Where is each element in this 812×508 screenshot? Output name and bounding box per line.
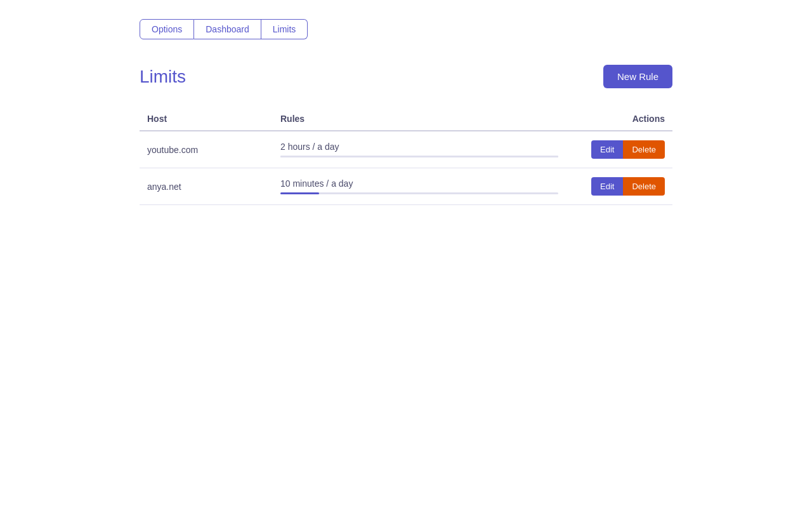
table-body: youtube.com 2 hours / a day Edit Delete … bbox=[140, 131, 672, 205]
page-container: Options Dashboard Limits Limits New Rule… bbox=[121, 0, 691, 218]
page-title: Limits bbox=[140, 67, 186, 87]
action-buttons-anya: Edit Delete bbox=[591, 177, 665, 196]
column-header-host: Host bbox=[140, 107, 273, 131]
table-header-row: Host Rules Actions bbox=[140, 107, 672, 131]
cell-actions-anya: Edit Delete bbox=[566, 168, 672, 205]
cell-actions-youtube: Edit Delete bbox=[566, 131, 672, 168]
table-row: anya.net 10 minutes / a day Edit Delete bbox=[140, 168, 672, 205]
delete-button-youtube[interactable]: Delete bbox=[623, 140, 665, 159]
delete-button-anya[interactable]: Delete bbox=[623, 177, 665, 196]
new-rule-button[interactable]: New Rule bbox=[603, 65, 672, 88]
page-header: Limits New Rule bbox=[140, 65, 672, 88]
cell-host-youtube: youtube.com bbox=[140, 131, 273, 168]
cell-rules-anya: 10 minutes / a day bbox=[273, 168, 566, 205]
table-row: youtube.com 2 hours / a day Edit Delete bbox=[140, 131, 672, 168]
edit-button-youtube[interactable]: Edit bbox=[591, 140, 623, 159]
rule-bar-youtube bbox=[280, 156, 558, 157]
edit-button-anya[interactable]: Edit bbox=[591, 177, 623, 196]
nav-tabs: Options Dashboard Limits bbox=[140, 19, 672, 39]
column-header-rules: Rules bbox=[273, 107, 566, 131]
table-header: Host Rules Actions bbox=[140, 107, 672, 131]
action-buttons-youtube: Edit Delete bbox=[591, 140, 665, 159]
cell-rules-youtube: 2 hours / a day bbox=[273, 131, 566, 168]
tab-options[interactable]: Options bbox=[140, 19, 194, 39]
cell-host-anya: anya.net bbox=[140, 168, 273, 205]
column-header-actions: Actions bbox=[566, 107, 672, 131]
rule-text-youtube: 2 hours / a day bbox=[280, 142, 558, 152]
tab-dashboard[interactable]: Dashboard bbox=[194, 19, 261, 39]
rules-table: Host Rules Actions youtube.com 2 hours /… bbox=[140, 107, 672, 205]
rule-bar-container-anya bbox=[280, 192, 558, 194]
tab-limits[interactable]: Limits bbox=[261, 19, 308, 39]
rule-bar-container-youtube bbox=[280, 156, 558, 157]
rule-bar-anya bbox=[280, 192, 319, 194]
rule-text-anya: 10 minutes / a day bbox=[280, 178, 558, 189]
